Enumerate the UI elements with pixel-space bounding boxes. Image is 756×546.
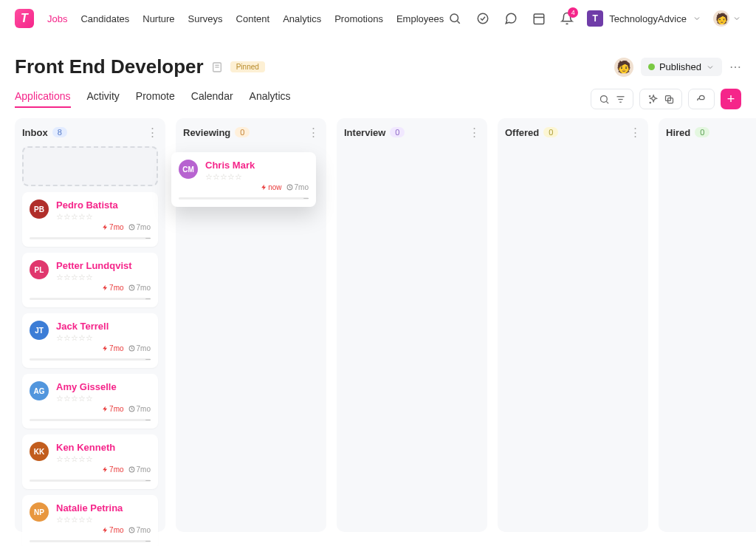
candidate-avatar: PB bbox=[30, 199, 49, 219]
magic-icon[interactable] bbox=[646, 92, 659, 106]
activity-bolt: 7mo bbox=[102, 405, 123, 413]
card-progress: – bbox=[30, 237, 151, 239]
tasks-icon[interactable] bbox=[475, 10, 491, 27]
rating-stars[interactable]: ☆☆☆☆☆ bbox=[56, 273, 151, 282]
nav-item-content[interactable]: Content bbox=[236, 13, 270, 24]
candidate-name: Natalie Petrina bbox=[56, 502, 151, 513]
rating-stars[interactable]: ☆☆☆☆☆ bbox=[56, 333, 151, 343]
time-in-stage: 7mo bbox=[128, 405, 151, 413]
candidate-card[interactable]: PL Petter Lundqvist ☆☆☆☆☆ 7mo 7mo – bbox=[22, 253, 158, 307]
candidate-name: Chris Mark bbox=[205, 160, 309, 171]
tab-promote[interactable]: Promote bbox=[136, 90, 175, 108]
svg-rect-3 bbox=[534, 14, 544, 24]
activity-bolt: 7mo bbox=[102, 284, 123, 292]
column-title: Inbox bbox=[22, 127, 48, 138]
discuss-icon[interactable] bbox=[695, 92, 708, 106]
nav-item-nurture[interactable]: Nurture bbox=[142, 13, 174, 24]
job-owner-avatar[interactable]: 🧑 bbox=[614, 58, 633, 77]
time-in-stage: 7mo bbox=[128, 465, 151, 474]
candidate-avatar: CM bbox=[179, 160, 198, 179]
card-progress: – bbox=[30, 540, 151, 542]
activity-bolt: 7mo bbox=[102, 465, 123, 474]
column-count: 0 bbox=[390, 127, 405, 137]
column-more-menu[interactable]: ⋮ bbox=[308, 126, 319, 139]
column-count: 8 bbox=[52, 127, 67, 137]
candidate-name: Amy Gisselle bbox=[56, 381, 151, 392]
column-more-menu[interactable]: ⋮ bbox=[630, 126, 641, 139]
svg-point-8 bbox=[600, 95, 607, 102]
activity-bolt: 7mo bbox=[102, 526, 123, 534]
nav-item-employees[interactable]: Employees bbox=[396, 13, 444, 24]
column-title: Interview bbox=[344, 127, 385, 138]
rating-stars[interactable]: ☆☆☆☆☆ bbox=[56, 515, 151, 525]
time-in-stage: 7mo bbox=[128, 223, 151, 231]
tab-analytics[interactable]: Analytics bbox=[250, 90, 291, 108]
time-in-stage: 7mo bbox=[128, 284, 151, 292]
candidate-avatar: JT bbox=[30, 321, 49, 340]
candidate-avatar: KK bbox=[30, 442, 49, 461]
chevron-down-icon bbox=[693, 14, 701, 23]
column-title: Hired bbox=[666, 127, 690, 138]
tab-calendar[interactable]: Calendar bbox=[191, 90, 233, 108]
svg-point-0 bbox=[450, 14, 458, 22]
dropzone[interactable] bbox=[22, 146, 158, 186]
candidate-card[interactable]: AG Amy Gisselle ☆☆☆☆☆ 7mo 7mo – bbox=[22, 374, 158, 429]
candidate-card[interactable]: CM Chris Mark ☆☆☆☆☆ now 7mo – bbox=[171, 152, 316, 207]
nav-item-promotions[interactable]: Promotions bbox=[334, 13, 383, 24]
add-button[interactable]: + bbox=[721, 89, 741, 109]
card-progress: – bbox=[30, 358, 151, 361]
card-progress: – bbox=[30, 480, 151, 482]
activity-bolt: 7mo bbox=[102, 223, 123, 231]
column-interview: Interview 0 ⋮ bbox=[337, 118, 487, 532]
copy-icon[interactable] bbox=[662, 92, 676, 106]
card-progress: – bbox=[30, 419, 151, 421]
candidate-name: Jack Terrell bbox=[56, 321, 151, 332]
org-logo: T bbox=[587, 10, 603, 27]
chevron-down-icon bbox=[706, 63, 715, 72]
tab-activity[interactable]: Activity bbox=[87, 90, 120, 108]
svg-line-9 bbox=[606, 101, 608, 103]
status-dot-icon bbox=[648, 64, 655, 70]
rating-stars[interactable]: ☆☆☆☆☆ bbox=[56, 394, 151, 403]
publish-status-button[interactable]: Published bbox=[641, 58, 722, 76]
column-title: Offered bbox=[505, 127, 539, 138]
column-count: 0 bbox=[235, 127, 250, 137]
time-in-stage: 7mo bbox=[128, 344, 151, 352]
column-offered: Offered 0 ⋮ bbox=[498, 118, 648, 532]
candidate-name: Petter Lundqvist bbox=[56, 260, 151, 271]
pinned-badge: Pinned bbox=[230, 61, 265, 72]
notification-badge: 4 bbox=[568, 7, 578, 18]
chat-icon[interactable] bbox=[503, 10, 519, 27]
more-menu[interactable]: ⋯ bbox=[729, 60, 741, 74]
note-icon[interactable] bbox=[211, 61, 223, 73]
column-reviewing: Reviewing 0 ⋮ CM Chris Mark ☆☆☆☆☆ now 7m… bbox=[176, 118, 326, 532]
notifications-icon[interactable]: 4 bbox=[559, 10, 575, 27]
app-logo[interactable]: T bbox=[15, 9, 34, 28]
org-switcher[interactable]: T TechnologyAdvice bbox=[587, 10, 701, 27]
candidate-card[interactable]: PB Pedro Batista ☆☆☆☆☆ 7mo 7mo – bbox=[22, 192, 158, 247]
svg-point-2 bbox=[478, 13, 488, 24]
column-inbox: Inbox 8 ⋮ PB Pedro Batista ☆☆☆☆☆ 7mo 7mo… bbox=[15, 118, 165, 532]
column-more-menu[interactable]: ⋮ bbox=[147, 126, 158, 139]
column-more-menu[interactable]: ⋮ bbox=[469, 126, 480, 139]
filter-icon[interactable] bbox=[614, 92, 627, 106]
user-menu[interactable]: 🧑 bbox=[713, 10, 741, 27]
status-label: Published bbox=[659, 61, 701, 72]
nav-item-jobs[interactable]: Jobs bbox=[47, 13, 67, 24]
candidate-card[interactable]: JT Jack Terrell ☆☆☆☆☆ 7mo 7mo – bbox=[22, 313, 158, 368]
rating-stars[interactable]: ☆☆☆☆☆ bbox=[56, 454, 151, 464]
candidate-card[interactable]: KK Ken Kenneth ☆☆☆☆☆ 7mo 7mo – bbox=[22, 434, 158, 489]
nav-item-surveys[interactable]: Surveys bbox=[188, 13, 223, 24]
card-progress: – bbox=[179, 197, 309, 199]
search-icon[interactable] bbox=[447, 10, 463, 27]
rating-stars[interactable]: ☆☆☆☆☆ bbox=[205, 172, 309, 182]
tab-applications[interactable]: Applications bbox=[15, 90, 71, 108]
time-in-stage: 7mo bbox=[128, 526, 151, 534]
calendar-icon[interactable] bbox=[531, 10, 547, 27]
nav-item-candidates[interactable]: Candidates bbox=[80, 13, 129, 24]
rating-stars[interactable]: ☆☆☆☆☆ bbox=[56, 212, 151, 222]
candidate-card[interactable]: NP Natalie Petrina ☆☆☆☆☆ 7mo 7mo – bbox=[22, 495, 158, 546]
activity-bolt: now bbox=[261, 183, 281, 191]
nav-item-analytics[interactable]: Analytics bbox=[283, 13, 321, 24]
search-filter-icon[interactable] bbox=[597, 92, 611, 106]
